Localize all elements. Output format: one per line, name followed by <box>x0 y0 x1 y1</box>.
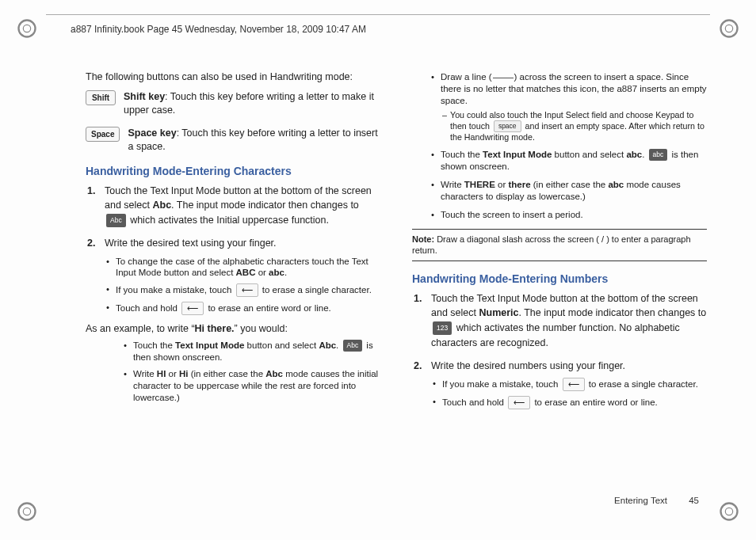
space-key-icon: space <box>494 120 521 132</box>
left-column: The following buttons can also be used i… <box>86 71 380 508</box>
sub-bullet: Touch and hold ⟵ to erase an entire word… <box>116 302 380 315</box>
binder-ring-icon <box>16 17 38 40</box>
shift-key-description: Shift key: Touch this key before writing… <box>124 90 380 117</box>
page-content: The following buttons can also be used i… <box>86 71 707 508</box>
numeric-mode-icon: 123 <box>433 321 452 335</box>
step-2: 2. Write the desired text using your fin… <box>105 236 380 404</box>
backspace-icon: ⟵ <box>181 302 204 315</box>
example-bullet: Touch the Text Input Mode button and sel… <box>441 149 707 173</box>
abc-mode-icon: Abc <box>106 214 126 227</box>
svg-point-0 <box>19 21 36 37</box>
svg-point-5 <box>23 508 30 515</box>
numbers-steps-list: 1. Touch the Text Input Mode button at t… <box>412 291 707 410</box>
example-bullet: Write HI or Hi (in either case the Abc m… <box>133 368 380 404</box>
sub-bullet: To change the case of the alphabetic cha… <box>116 256 380 280</box>
svg-point-3 <box>725 25 732 32</box>
example-bullet: Write THERE or there (in either case the… <box>441 179 707 203</box>
section-heading-characters: Handwriting Mode-Entering Characters <box>86 165 380 177</box>
page-number: 45 <box>689 496 699 505</box>
space-key-description: Space key: Touch this key before writing… <box>128 127 380 154</box>
right-column: Draw a line () across the screen to inse… <box>412 71 707 508</box>
svg-point-1 <box>23 25 30 32</box>
space-key-row: Space Space key: Touch this key before w… <box>86 127 380 154</box>
steps-list: 1. Touch the Text Input Mode button at t… <box>86 184 380 404</box>
step-1: 1. Touch the Text Input Mode button at t… <box>431 291 707 351</box>
page-footer: Entering Text 45 <box>614 496 699 505</box>
backspace-icon: ⟵ <box>563 378 585 391</box>
example-intro: As an example, to write “Hi there.” you … <box>86 321 380 337</box>
footer-section: Entering Text <box>614 496 667 505</box>
numbers-sublist: If you make a mistake, touch ⟵ to erase … <box>431 378 707 409</box>
binder-ring-icon <box>16 500 38 523</box>
svg-point-2 <box>721 21 738 37</box>
binder-ring-icon <box>718 500 740 523</box>
binder-ring-icon <box>718 17 740 40</box>
backspace-icon: ⟵ <box>236 283 258 297</box>
sub-bullet: If you make a mistake, touch ⟵ to erase … <box>442 378 707 391</box>
svg-point-6 <box>721 504 738 520</box>
abc-lower-mode-icon: abc <box>649 149 668 161</box>
abc-mode-icon: Abc <box>343 340 363 352</box>
shift-key-icon: Shift <box>86 90 116 105</box>
example-bullet: Draw a line () across the screen to inse… <box>441 71 707 143</box>
sub-bullet: Touch and hold ⟵ to erase an entire word… <box>442 396 707 409</box>
nested-bullet: You could also touch the Input Select fi… <box>450 110 707 143</box>
space-key-icon: Space <box>86 127 120 142</box>
example-bullet: Touch the screen to insert a period. <box>441 209 707 221</box>
section-heading-numbers: Handwriting Mode-Entering Numbers <box>412 272 707 285</box>
svg-point-7 <box>725 508 732 515</box>
step-2: 2. Write the desired numbers using your … <box>431 359 707 410</box>
step2-sublist: To change the case of the alphabetic cha… <box>105 256 380 316</box>
example-list: Touch the Text Input Mode button and sel… <box>105 340 380 404</box>
document-header: a887 Infinity.book Page 45 Wednesday, No… <box>67 24 369 35</box>
intro-text: The following buttons can also be used i… <box>86 71 380 82</box>
line-glyph <box>493 78 514 78</box>
note-block: Note: Draw a diagonal slash across the s… <box>412 229 707 261</box>
shift-key-row: Shift Shift key: Touch this key before w… <box>86 90 380 117</box>
continued-example-list: Draw a line () across the screen to inse… <box>412 71 707 221</box>
sub-bullet: If you make a mistake, touch ⟵ to erase … <box>116 283 380 297</box>
svg-point-4 <box>19 504 36 520</box>
nested-note: You could also touch the Input Select fi… <box>441 110 707 143</box>
example-bullet: Touch the Text Input Mode button and sel… <box>133 340 380 363</box>
backspace-icon: ⟵ <box>508 396 530 409</box>
step-1: 1. Touch the Text Input Mode button at t… <box>105 184 380 228</box>
